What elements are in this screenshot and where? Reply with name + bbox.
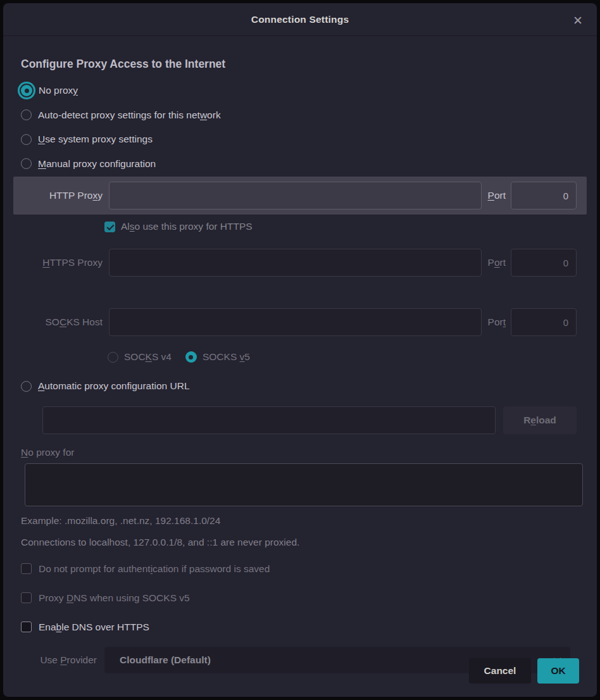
radio-icon[interactable] [21, 381, 32, 392]
checkbox-share-proxy[interactable]: Also use this proxy for HTTPS [104, 217, 597, 236]
checkbox-no-prompt-label: Do not prompt for authentication if pass… [39, 563, 270, 575]
http-port-input[interactable] [511, 182, 577, 209]
auto-url-input[interactable] [42, 406, 496, 434]
https-proxy-row: HTTPS Proxy Port [13, 244, 587, 282]
radio-socks-v4-label: SOCKS v4 [124, 351, 172, 363]
socks-host-row: SOCKS Host Port [13, 303, 587, 341]
no-proxy-for-textarea[interactable] [25, 463, 583, 506]
radio-system-proxy[interactable]: Use system proxy settings [21, 127, 597, 152]
auto-url-row: Reload [42, 406, 577, 434]
radio-manual-proxy[interactable]: Manual proxy configuration [21, 152, 597, 177]
radio-no-proxy[interactable]: No proxy [21, 78, 597, 103]
screen: Connection Settings ✕ Configure Proxy Ac… [0, 0, 600, 700]
example-note: Example: .mozilla.org, .net.nz, 192.168.… [21, 515, 597, 527]
radio-auto-url-label: Automatic proxy configuration URL [38, 380, 190, 392]
checkbox-icon[interactable] [21, 622, 32, 632]
https-port-input[interactable] [511, 249, 577, 277]
checkbox-no-prompt[interactable]: Do not prompt for authentication if pass… [21, 554, 597, 584]
https-proxy-input[interactable] [109, 249, 482, 277]
checkbox-check-icon[interactable] [104, 222, 115, 232]
socks-host-input[interactable] [109, 308, 482, 336]
dialog-body: Configure Proxy Access to the Internet N… [3, 36, 597, 697]
radio-icon[interactable] [21, 85, 32, 96]
ok-button[interactable]: OK [537, 658, 579, 684]
radio-icon[interactable] [21, 158, 32, 169]
connection-settings-dialog: Connection Settings ✕ Configure Proxy Ac… [3, 3, 597, 697]
checkbox-icon[interactable] [21, 592, 32, 603]
https-port-label: Port [482, 257, 511, 268]
radio-system-proxy-label: Use system proxy settings [38, 134, 153, 145]
dialog-title: Connection Settings [251, 14, 349, 25]
radio-socks-v5-label: SOCKS v5 [203, 351, 250, 363]
checkbox-doh[interactable]: Enable DNS over HTTPS [21, 613, 597, 642]
radio-icon[interactable] [108, 352, 118, 363]
checkbox-icon[interactable] [21, 563, 32, 574]
socks-host-label: SOCKS Host [13, 316, 106, 328]
socks-port-label: Port [482, 316, 511, 328]
localhost-note: Connections to localhost, 127.0.0.1/8, a… [21, 537, 597, 548]
http-proxy-input[interactable] [109, 182, 482, 209]
page-title: Configure Proxy Access to the Internet [21, 58, 597, 71]
reload-button[interactable]: Reload [503, 406, 577, 434]
close-icon[interactable]: ✕ [570, 12, 586, 28]
radio-icon[interactable] [21, 134, 32, 145]
radio-auto-detect-label: Auto-detect proxy settings for this netw… [38, 109, 221, 121]
radio-icon[interactable] [21, 109, 32, 120]
http-port-label: Port [482, 190, 511, 201]
radio-icon[interactable] [185, 351, 197, 363]
socks-port-input[interactable] [511, 308, 577, 336]
radio-auto-url[interactable]: Automatic proxy configuration URL [21, 374, 597, 399]
checkbox-proxy-dns-label: Proxy DNS when using SOCKS v5 [39, 592, 190, 604]
dialog-titlebar: Connection Settings ✕ [3, 3, 597, 36]
cancel-button[interactable]: Cancel [469, 658, 531, 684]
checkbox-proxy-dns[interactable]: Proxy DNS when using SOCKS v5 [21, 584, 597, 613]
use-provider-label: Use Provider [21, 654, 104, 666]
radio-no-proxy-label: No proxy [39, 85, 78, 96]
http-proxy-row: HTTP Proxy Port [13, 177, 587, 215]
radio-socks-v5[interactable]: SOCKS v5 [185, 351, 250, 363]
radio-manual-proxy-label: Manual proxy configuration [38, 158, 156, 170]
radio-auto-detect[interactable]: Auto-detect proxy settings for this netw… [21, 103, 597, 128]
dialog-buttons: Cancel OK [469, 658, 579, 684]
checkbox-doh-label: Enable DNS over HTTPS [39, 622, 149, 633]
http-proxy-label: HTTP Proxy [13, 190, 106, 201]
radio-socks-v4[interactable]: SOCKS v4 [108, 351, 172, 363]
no-proxy-for-label: No proxy for [21, 447, 597, 458]
checkbox-share-proxy-label: Also use this proxy for HTTPS [121, 221, 253, 232]
https-proxy-label: HTTPS Proxy [13, 257, 106, 268]
